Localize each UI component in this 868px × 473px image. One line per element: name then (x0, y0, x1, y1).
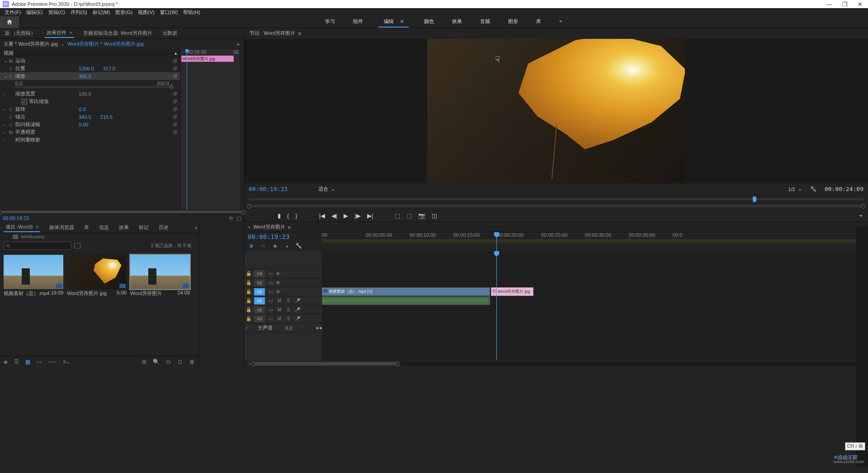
voice-over-icon[interactable]: 🎤 (294, 316, 301, 321)
find-icon[interactable]: 🔍 (153, 359, 160, 365)
track-name[interactable]: A3 (254, 315, 265, 323)
project-filter-icon[interactable] (74, 243, 80, 248)
timeline-playhead[interactable] (496, 232, 497, 251)
reset-icon[interactable]: ↺ (173, 66, 177, 72)
audio-clip[interactable] (322, 296, 490, 305)
expand-icon[interactable]: ⌄ (4, 73, 9, 79)
mute-icon[interactable]: M (276, 316, 283, 321)
stopwatch-icon[interactable]: ◇ (9, 74, 15, 79)
track-v2-lane[interactable] (322, 278, 868, 287)
sync-lock-icon[interactable]: ▭ (267, 271, 274, 276)
workspace-color[interactable]: 颜色 (421, 16, 437, 28)
step-forward-icon[interactable]: |▶ (354, 212, 360, 219)
workspace-editing[interactable]: 编辑 ≡ (378, 16, 409, 28)
program-video-area[interactable]: ☟ (244, 39, 868, 183)
workspace-effects[interactable]: 效果 (449, 16, 465, 28)
track-header-v1[interactable]: 🔓V1▭👁 (244, 287, 322, 296)
mute-icon[interactable]: M (276, 307, 283, 312)
ec-footer-timecode[interactable]: 00:00:19:23 (3, 215, 29, 221)
program-fit-dropdown[interactable]: 适合 ⌄ (318, 186, 335, 192)
tab-libraries[interactable]: 库 (83, 223, 90, 232)
lift-icon[interactable]: ⬚ (395, 212, 400, 219)
track-header-v2[interactable]: 🔓V2▭👁 (244, 278, 322, 287)
menu-file[interactable]: 文件(F) (4, 9, 22, 16)
track-a2-lane[interactable] (322, 305, 868, 314)
track-header-a1[interactable]: 🔓A1▭MS🎤 (244, 296, 322, 305)
stopwatch-icon[interactable]: ◇ (9, 66, 15, 71)
track-name[interactable]: V3 (254, 270, 265, 277)
new-bin-icon[interactable]: 🗀 (166, 359, 171, 365)
solo-icon[interactable]: S (285, 307, 292, 312)
ec-position-x[interactable]: 1208.0 (79, 66, 94, 71)
expand-icon[interactable]: ⌄ (4, 58, 9, 64)
ec-opacity-label[interactable]: 不透明度 (15, 129, 79, 136)
tab-history[interactable]: 历史 (158, 223, 170, 232)
tab-info[interactable]: 信息 (98, 223, 110, 232)
program-zoom-bar[interactable] (249, 205, 863, 207)
lock-icon[interactable]: 🔓 (246, 316, 252, 321)
menu-clip[interactable]: 剪辑(C) (47, 9, 66, 16)
play-icon[interactable]: ▸ (237, 41, 240, 47)
reset-icon[interactable]: ↺ (173, 122, 177, 128)
ec-h-scrollbar[interactable] (0, 210, 244, 214)
timeline-close-icon[interactable]: × (248, 225, 250, 230)
timeline-playhead-line[interactable] (496, 251, 497, 361)
ec-playhead[interactable] (187, 49, 187, 210)
eye-icon[interactable]: 👁 (276, 289, 283, 295)
close-button[interactable]: ✕ (858, 1, 863, 8)
sync-lock-icon[interactable]: ▭ (267, 289, 274, 294)
menu-window[interactable]: 窗口(W) (159, 9, 179, 16)
sync-lock-icon[interactable]: ▭ (267, 280, 274, 285)
track-name[interactable]: V1 (254, 288, 265, 295)
reset-icon[interactable]: ↺ (173, 98, 177, 105)
ec-anchor-y[interactable]: 215.5 (100, 114, 113, 120)
solo-icon[interactable]: S (285, 316, 292, 321)
icon-view-icon[interactable]: ▦ (25, 359, 30, 365)
go-to-out-icon[interactable]: ▶| (367, 212, 373, 219)
video-clip-image[interactable]: Word另存图片.jpg (491, 287, 533, 296)
program-timecode[interactable]: 00:00:19:23 (249, 186, 288, 192)
expand-icon[interactable]: › (4, 130, 9, 135)
menu-help[interactable]: 帮助(H) (182, 9, 201, 16)
solo-icon[interactable]: S (285, 298, 292, 303)
sync-lock-icon[interactable]: ▭ (267, 307, 274, 312)
ec-position-y[interactable]: 317.0 (103, 66, 116, 71)
ec-time-remap-label[interactable]: 时间重映射 (15, 136, 79, 143)
fx-icon[interactable]: fx (9, 130, 15, 135)
tab-media-browser[interactable]: 媒体浏览器 (48, 223, 75, 232)
timeline-timecode[interactable]: 00:00:19:23 (248, 233, 318, 240)
panel-overflow-icon[interactable]: » (194, 224, 198, 231)
zoom-slider-icon[interactable]: ○— (48, 359, 57, 365)
settings-icon[interactable]: ⬥ (283, 242, 290, 249)
expand-icon[interactable]: › (4, 137, 9, 143)
new-item-icon[interactable]: ◆ (4, 359, 8, 365)
workspace-libraries[interactable]: 库 (533, 16, 544, 28)
stopwatch-icon[interactable]: ◇ (9, 107, 15, 112)
stopwatch-icon[interactable]: ◇ (9, 122, 15, 127)
automate-icon[interactable]: ⊞ (142, 359, 146, 365)
new-item-button[interactable]: 🗋 (178, 359, 183, 365)
reset-icon[interactable]: ↺ (173, 73, 177, 80)
sync-lock-icon[interactable]: ▭ (267, 316, 274, 321)
lock-icon[interactable]: 🔓 (246, 289, 252, 294)
menu-sequence[interactable]: 序列(S) (70, 9, 88, 16)
mute-icon[interactable]: M (276, 298, 283, 303)
reset-icon[interactable]: ↺ (173, 106, 177, 112)
expand-icon[interactable]: › (4, 107, 9, 112)
bin-item[interactable]: 视频素材（总）.mp419:09 (4, 255, 63, 297)
delete-icon[interactable]: 🗑 (189, 359, 195, 365)
ec-rotation-value[interactable]: 0.0 (79, 107, 85, 112)
tab-markers[interactable]: 标记 (138, 223, 150, 232)
expand-icon[interactable]: › (4, 91, 9, 97)
marker-icon[interactable]: ◈ (271, 242, 278, 249)
workspace-audio[interactable]: 音频 (477, 16, 493, 28)
sort-icon[interactable]: ≡⌄ (63, 359, 71, 365)
track-a1-lane[interactable] (322, 296, 868, 305)
menu-graphics[interactable]: 图形(G) (114, 9, 133, 16)
play-icon[interactable]: ▶ (344, 212, 348, 219)
mark-out-icon[interactable]: } (295, 212, 297, 219)
uniform-scale-checkbox[interactable] (22, 99, 27, 104)
list-view-icon[interactable]: ☰ (14, 359, 19, 365)
track-header-master[interactable]: ›主声道0.0▸◂ (244, 323, 322, 333)
track-name[interactable]: A2 (254, 306, 265, 314)
